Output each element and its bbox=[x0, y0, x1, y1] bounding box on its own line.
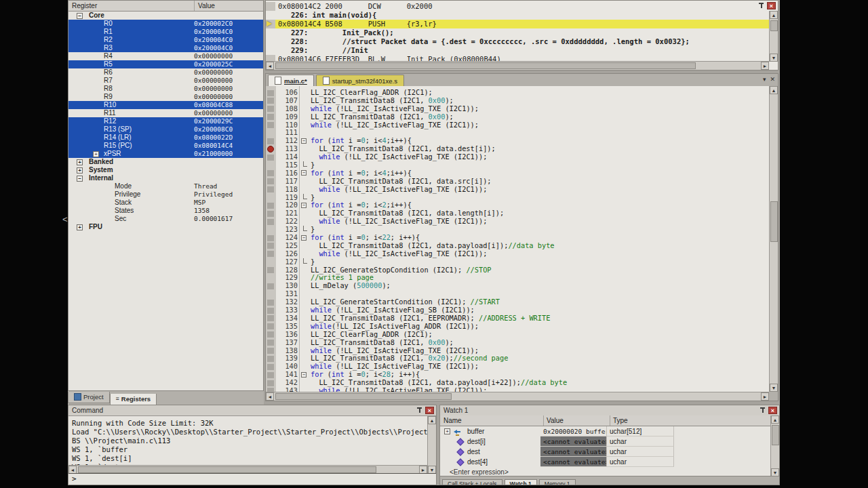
code-line[interactable]: 118 while (!LL_I2C_IsActiveFlag_TXE (I2C… bbox=[266, 186, 769, 194]
pin-icon[interactable] bbox=[416, 407, 423, 414]
fold-collapse-icon[interactable]: − bbox=[301, 170, 307, 176]
disassembly-line[interactable]: 228: //struct Packet data = {.dest = 0xc… bbox=[266, 37, 769, 46]
line-gutter[interactable] bbox=[266, 161, 276, 169]
scroll-thumb[interactable] bbox=[78, 466, 376, 473]
tab-startup-s[interactable]: startup_stm32f401xe.s bbox=[316, 75, 404, 86]
register-row[interactable]: StackMSP bbox=[68, 199, 263, 207]
disassembly-vscrollbar[interactable]: ▲ ▼ bbox=[769, 11, 778, 62]
collapse-minus-icon[interactable]: − bbox=[77, 13, 83, 19]
fold-collapse-icon[interactable]: − bbox=[301, 372, 307, 378]
line-gutter[interactable] bbox=[266, 354, 276, 363]
code-line[interactable]: 110while (!LL_I2C_IsActiveFlag_TXE (I2C1… bbox=[266, 121, 769, 129]
register-row[interactable]: R30x200004C0 bbox=[68, 44, 263, 52]
code-line[interactable]: 143 while (!LL_I2C_IsActiveFlag_TXE (I2C… bbox=[266, 387, 769, 392]
fold-collapse-icon[interactable]: − bbox=[301, 138, 307, 144]
disassembly-content[interactable]: 0x080014C2 2000 DCW 0x2000 226: int main… bbox=[266, 2, 769, 64]
disassembly-line[interactable]: 0x080014C4 B508 PUSH {r3,lr} bbox=[266, 20, 769, 28]
register-row[interactable]: R50x2000025C bbox=[68, 60, 263, 68]
bottom-tab-call-stack-locals[interactable]: Call Stack + Locals bbox=[442, 479, 502, 485]
scroll-left-icon[interactable]: ◄ bbox=[266, 392, 274, 401]
register-row[interactable]: R13 (SP)0x200008C0 bbox=[68, 125, 263, 134]
scroll-left-icon[interactable]: ◄ bbox=[266, 62, 274, 70]
line-gutter[interactable] bbox=[266, 347, 276, 355]
scroll-up-icon[interactable]: ▲ bbox=[770, 11, 778, 19]
code-line[interactable]: 114 while (!LL_I2C_IsActiveFlag_TXE (I2C… bbox=[266, 153, 769, 161]
register-row[interactable]: ModeThread bbox=[68, 182, 263, 190]
line-gutter[interactable] bbox=[266, 137, 276, 145]
register-row[interactable]: R15 (PC)0x080014C4 bbox=[68, 142, 263, 150]
line-gutter[interactable] bbox=[266, 97, 276, 105]
line-gutter[interactable] bbox=[266, 153, 276, 161]
line-gutter[interactable] bbox=[266, 113, 276, 121]
breakpoint-icon[interactable] bbox=[267, 146, 274, 152]
command-vscrollbar[interactable]: ▲ ▼ bbox=[427, 416, 436, 474]
line-gutter[interactable] bbox=[266, 274, 276, 282]
register-row[interactable]: Sec0.00001617 bbox=[68, 215, 263, 223]
line-gutter[interactable] bbox=[266, 194, 276, 202]
scroll-down-icon[interactable]: ▼ bbox=[770, 384, 778, 392]
line-gutter[interactable] bbox=[266, 129, 276, 137]
scroll-thumb[interactable] bbox=[275, 393, 452, 400]
watch-vscrollbar[interactable]: ▲ ▼ bbox=[770, 415, 779, 476]
scroll-thumb[interactable] bbox=[770, 201, 778, 242]
register-row[interactable]: R100x08004C88 bbox=[68, 101, 263, 109]
line-gutter[interactable] bbox=[266, 323, 276, 331]
line-gutter[interactable] bbox=[266, 331, 276, 339]
register-row[interactable]: +xPSR0x21000000 bbox=[68, 150, 263, 158]
register-row[interactable]: +System bbox=[68, 166, 263, 174]
line-gutter[interactable] bbox=[266, 306, 276, 314]
expand-plus-icon[interactable]: + bbox=[93, 151, 99, 157]
watch-row[interactable]: +buffer0x20000020 buffer[] ""uchar[512] bbox=[440, 426, 770, 436]
disassembly-line[interactable]: 229: //Init bbox=[266, 46, 769, 55]
close-icon[interactable]: × bbox=[768, 407, 777, 414]
register-row[interactable]: R00x200002C0 bbox=[68, 20, 263, 28]
tab-registers[interactable]: ≡ Registers bbox=[110, 394, 157, 405]
line-gutter[interactable] bbox=[266, 258, 276, 266]
register-row[interactable]: R70x00000000 bbox=[68, 77, 263, 85]
collapse-minus-icon[interactable]: − bbox=[77, 176, 83, 182]
scroll-thumb[interactable] bbox=[275, 62, 696, 69]
line-gutter[interactable] bbox=[266, 266, 276, 274]
disassembly-line[interactable]: 0x080014C2 2000 DCW 0x2000 bbox=[266, 2, 769, 11]
fold-collapse-icon[interactable]: − bbox=[301, 203, 307, 208]
line-gutter[interactable] bbox=[266, 121, 276, 129]
bottom-tab-watch-1[interactable]: Watch 1 bbox=[505, 479, 537, 485]
register-row[interactable]: R90x00000000 bbox=[68, 93, 263, 101]
scroll-up-icon[interactable]: ▲ bbox=[770, 86, 778, 94]
register-row[interactable]: R10x200004C0 bbox=[68, 28, 263, 36]
bottom-tab-memory-1[interactable]: Memory 1 bbox=[539, 479, 576, 485]
register-row[interactable]: R120x2000029C bbox=[68, 117, 263, 125]
line-gutter[interactable] bbox=[266, 314, 276, 323]
scroll-down-icon[interactable]: ▼ bbox=[770, 54, 778, 62]
line-gutter[interactable] bbox=[266, 242, 276, 250]
disassembly-hscrollbar[interactable]: ◄ ► bbox=[266, 61, 769, 70]
line-gutter[interactable] bbox=[266, 298, 276, 306]
register-row[interactable]: R110x00000000 bbox=[68, 109, 263, 117]
scroll-thumb[interactable] bbox=[772, 425, 779, 445]
close-icon[interactable]: × bbox=[767, 2, 776, 9]
tab-list-dropdown-icon[interactable]: ▾ bbox=[763, 76, 766, 83]
scroll-up-icon[interactable]: ▲ bbox=[428, 416, 436, 424]
line-gutter[interactable] bbox=[266, 290, 276, 298]
line-gutter[interactable] bbox=[266, 226, 276, 234]
register-row[interactable]: R60x00000000 bbox=[68, 68, 263, 77]
watch-row[interactable]: dest[i]<cannot evaluate>uchar bbox=[440, 436, 770, 447]
line-gutter[interactable] bbox=[266, 178, 276, 186]
scroll-right-icon[interactable]: ► bbox=[761, 392, 769, 401]
scroll-thumb[interactable] bbox=[770, 20, 778, 31]
editor-close-icon[interactable]: ✕ bbox=[770, 76, 775, 83]
expand-plus-icon[interactable]: + bbox=[77, 224, 83, 230]
command-input[interactable]: > bbox=[68, 473, 436, 485]
line-gutter[interactable] bbox=[266, 169, 276, 178]
code-line[interactable]: 122 while (!LL_I2C_IsActiveFlag_TXE (I2C… bbox=[266, 218, 769, 226]
register-row[interactable]: −Internal bbox=[68, 174, 263, 182]
pin-icon[interactable] bbox=[757, 2, 765, 9]
line-gutter[interactable] bbox=[266, 201, 276, 209]
line-gutter[interactable] bbox=[266, 105, 276, 113]
editor-vscrollbar[interactable]: ▲ ▼ bbox=[769, 86, 778, 392]
expand-plus-icon[interactable]: + bbox=[77, 167, 83, 174]
line-gutter[interactable] bbox=[266, 379, 276, 387]
line-gutter[interactable] bbox=[266, 250, 276, 258]
line-gutter[interactable] bbox=[266, 387, 276, 392]
tab-main-c[interactable]: main.c* bbox=[268, 75, 314, 86]
